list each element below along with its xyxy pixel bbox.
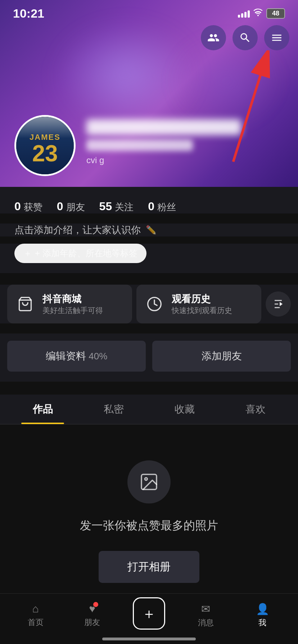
status-bar: 10:21 48 [0,0,298,23]
add-friend-button[interactable]: 添加朋友 [152,341,291,372]
stats-section: 0 获赞 0 朋友 55 关注 0 粉丝 [0,187,298,213]
nav-home[interactable]: ⌂ 首页 [7,603,64,628]
battery-icon: 48 [266,8,285,19]
nav-friends[interactable]: ♥ 朋友 [64,603,121,628]
tab-likes[interactable]: 喜欢 [220,395,291,424]
watch-history-card[interactable]: 观看历史 快速找到观看历史 [136,285,261,323]
main-content: 0 获赞 0 朋友 55 关注 0 粉丝 点击添加介绍，让大家认识你 ✏️ ＋ … [0,187,298,644]
search-button[interactable] [232,25,258,50]
feature-row: 抖音商城 美好生活触手可得 观看历史 快速找到观看历史 [0,285,298,323]
friends-nav-icon: ♥ [89,603,95,615]
tab-favorites[interactable]: 收藏 [149,395,220,424]
more-features-button[interactable] [266,291,291,317]
cart-icon [16,295,35,313]
stat-following: 55 关注 [99,200,134,213]
username-area: cvi g [86,119,280,165]
tabs-row: 作品 私密 收藏 喜欢 [0,395,298,424]
messages-icon: ✉ [201,603,210,615]
bio-row[interactable]: 点击添加介绍，让大家认识你 ✏️ [0,224,298,236]
home-indicator [102,638,196,640]
douyin-mall-card[interactable]: 抖音商城 美好生活触手可得 [7,285,132,323]
tab-works[interactable]: 作品 [7,395,78,424]
nav-post[interactable]: ＋ [121,601,177,630]
bottom-nav: ⌂ 首页 ♥ 朋友 ＋ ✉ 消息 👤 我 [0,593,298,644]
clock-icon [145,295,164,313]
open-album-button[interactable]: 打开相册 [99,551,199,583]
empty-state: 发一张你被点赞最多的照片 打开相册 [0,424,298,604]
cover-area: JAMES 23 cvi g [0,0,298,187]
empty-icon-circle [127,460,171,503]
action-row: 编辑资料 40% 添加朋友 [0,334,298,382]
tags-row: ＋ + 添加年龄、所在地等标签 [0,244,298,273]
friends-button[interactable] [201,25,226,50]
add-tag-button[interactable]: ＋ + 添加年龄、所在地等标签 [14,244,146,263]
stat-likes: 0 获赞 [14,200,42,213]
edit-bio-icon[interactable]: ✏️ [146,225,157,235]
top-icons [201,25,289,50]
stat-followers: 0 粉丝 [148,200,176,213]
post-button[interactable]: ＋ [133,597,165,630]
menu-button[interactable] [264,25,289,50]
status-time: 10:21 [13,6,44,20]
stat-friends: 0 朋友 [57,200,85,213]
avatar-wrap: JAMES 23 [14,115,76,176]
edit-profile-button[interactable]: 编辑资料 40% [7,341,146,372]
svg-point-8 [145,478,147,480]
me-icon: 👤 [256,603,269,615]
nav-messages[interactable]: ✉ 消息 [177,603,234,628]
status-icons: 48 [238,8,285,19]
stats-row: 0 获赞 0 朋友 55 关注 0 粉丝 [14,200,284,213]
avatar: JAMES 23 [14,115,76,176]
nav-me[interactable]: 👤 我 [234,603,291,628]
wifi-icon [253,9,263,19]
signal-icon [238,10,250,18]
tab-private[interactable]: 私密 [78,395,149,424]
home-icon: ⌂ [32,603,39,615]
